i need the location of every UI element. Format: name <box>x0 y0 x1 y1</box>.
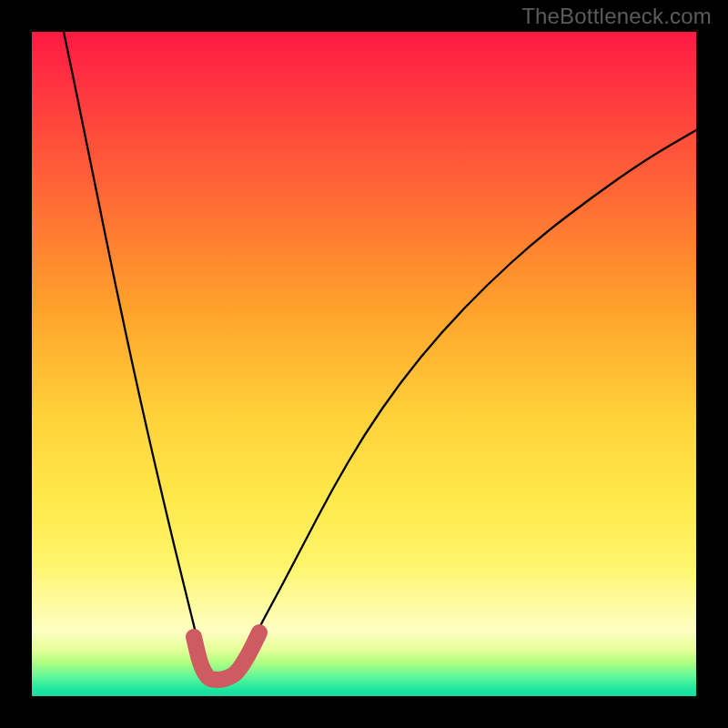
main-curve <box>64 32 696 677</box>
attribution-label: TheBottleneck.com <box>521 4 712 29</box>
curve-layer <box>32 32 696 696</box>
highlight-segment <box>194 632 259 680</box>
chart-container: TheBottleneck.com <box>0 0 728 728</box>
plot-area <box>32 32 696 696</box>
